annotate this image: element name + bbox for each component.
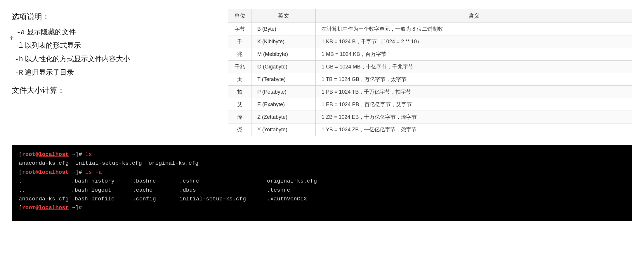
terminal-line-7: [root@localhost ~]# — [19, 203, 625, 212]
terminal-line-1: [root@localhost ~]# ls — [19, 150, 625, 159]
table-cell-4-1: T (Terabyte) — [251, 73, 316, 86]
table-cell-5-2: 1 PB = 1024 TB，千万亿字节，拍字节 — [316, 86, 632, 98]
terminal-line-3: [root@localhost ~]# ls -a — [19, 168, 625, 177]
cursor-arrow-icon: ✛ — [9, 35, 14, 41]
option-a-flag: -a — [17, 28, 25, 36]
table-cell-3-1: G (Gigabyte) — [251, 61, 316, 73]
table-cell-6-1: E (Exabyte) — [251, 98, 316, 111]
option-R-desc: 递归显示子目录 — [23, 68, 74, 76]
table-cell-1-0: 千 — [228, 35, 251, 48]
table-cell-7-2: 1 ZB = 1024 EB，十万亿亿字节，泽字节 — [316, 111, 632, 123]
table-cell-4-0: 太 — [228, 73, 251, 86]
col1-dot: . — [19, 177, 71, 185]
table-cell-0-0: 字节 — [228, 23, 251, 35]
top-section: 选项说明： ✛ -a 显示隐藏的文件 -l 以列表的形式显示 -h 以人性化的方… — [12, 9, 632, 136]
col-header-english: 英文 — [251, 9, 316, 23]
option-h: -h 以人性化的方式显示文件内容大小 — [15, 54, 210, 63]
unit-table: 单位 英文 含义 字节B (Byte)在计算机中作为一个数字单元，一般为 8 位… — [228, 9, 632, 136]
file-anaconda: anaconda-ks.cfg — [19, 160, 69, 166]
terminal-section: [root@localhost ~]# ls anaconda-ks.cfg i… — [12, 145, 632, 221]
col1-dotdot: .. — [19, 186, 71, 195]
table-cell-5-0: 拍 — [228, 86, 251, 98]
left-panel: 选项说明： ✛ -a 显示隐藏的文件 -l 以列表的形式显示 -h 以人性化的方… — [12, 9, 210, 136]
option-list: ✛ -a 显示隐藏的文件 -l 以列表的形式显示 -h 以人性化的方式显示文件内… — [15, 27, 210, 77]
col1-anaconda: anaconda-ks.cfg — [19, 195, 71, 203]
col3-bashrc: .bashrc — [133, 177, 179, 185]
table-cell-3-2: 1 GB = 1024 MB，十亿字节，千兆字节 — [316, 61, 632, 73]
option-h-flag: -h — [15, 55, 23, 63]
table-cell-1-1: K (Kibibyte) — [251, 35, 316, 48]
table-cell-5-1: P (Petabyte) — [251, 86, 316, 98]
table-cell-2-2: 1 MB = 1024 KB，百万字节 — [316, 48, 632, 61]
col3-cache: .cache — [133, 186, 179, 195]
col-header-unit: 单位 — [228, 9, 251, 23]
col3-config: .config — [133, 195, 179, 203]
table-cell-8-0: 尧 — [228, 123, 251, 136]
col-header-meaning: 含义 — [316, 9, 632, 23]
option-R-flag: -R — [15, 69, 23, 77]
table-cell-7-0: 泽 — [228, 111, 251, 123]
col6-original: original-ks.cfg — [267, 178, 317, 184]
table-cell-1-2: 1 KB = 1024 B，千字节 （1024 = 2 ** 10） — [316, 35, 632, 48]
col4-cshrc: .cshrc — [179, 177, 267, 185]
option-R: -R 递归显示子目录 — [15, 68, 210, 77]
terminal-line-2: anaconda-ks.cfg initial-setup-ks.cfg ori… — [19, 159, 625, 168]
col2-bash-logout: .bash_logout — [71, 186, 133, 195]
file-size-title: 文件大小计算： — [12, 85, 210, 95]
page-wrapper: 选项说明： ✛ -a 显示隐藏的文件 -l 以列表的形式显示 -h 以人性化的方… — [0, 0, 644, 230]
table-cell-7-1: Z (Zettabyte) — [251, 111, 316, 123]
table-cell-8-1: Y (Yottabyte) — [251, 123, 316, 136]
col2-bash-history: .bash_history — [71, 177, 133, 185]
right-panel: 单位 英文 含义 字节B (Byte)在计算机中作为一个数字单元，一般为 8 位… — [228, 9, 632, 136]
terminal-line-5: ...bash_logout.cache.dbus.tcshrc — [19, 186, 625, 195]
table-cell-6-0: 艾 — [228, 98, 251, 111]
option-a-desc: 显示隐藏的文件 — [25, 28, 76, 36]
col5-xauth: .xauthVbnCIX — [267, 196, 307, 202]
option-l-flag: -l — [15, 42, 23, 50]
table-cell-2-0: 兆 — [228, 48, 251, 61]
table-cell-2-1: M (Mebibyte) — [251, 48, 316, 61]
col4-dbus: .dbus — [179, 186, 267, 195]
option-h-desc: 以人性化的方式显示文件内容大小 — [23, 55, 130, 63]
table-cell-6-2: 1 EB = 1024 PB，百亿亿字节，艾字节 — [316, 98, 632, 111]
table-cell-4-2: 1 TB = 1024 GB，万亿字节，太字节 — [316, 73, 632, 86]
option-l-desc: 以列表的形式显示 — [23, 41, 81, 49]
table-cell-3-0: 千兆 — [228, 61, 251, 73]
option-a: ✛ -a 显示隐藏的文件 — [15, 27, 210, 37]
terminal-line-4: ..bash_history.bashrc.cshrcoriginal-ks.c… — [19, 177, 625, 185]
col4-initial-setup: initial-setup-ks.cfg — [179, 195, 267, 203]
terminal-line-6: anaconda-ks.cfg.bash_profile.configiniti… — [19, 195, 625, 203]
option-l: -l 以列表的形式显示 — [15, 41, 210, 50]
table-cell-0-1: B (Byte) — [251, 23, 316, 35]
section-title: 选项说明： — [12, 12, 210, 22]
table-cell-8-2: 1 YB = 1024 ZB，一亿亿亿字节，尧字节 — [316, 123, 632, 136]
col2-bash-profile: .bash_profile — [71, 195, 133, 203]
col6-tcshrc: .tcshrc — [267, 187, 290, 193]
table-cell-0-2: 在计算机中作为一个数字单元，一般为 8 位二进制数 — [316, 23, 632, 35]
